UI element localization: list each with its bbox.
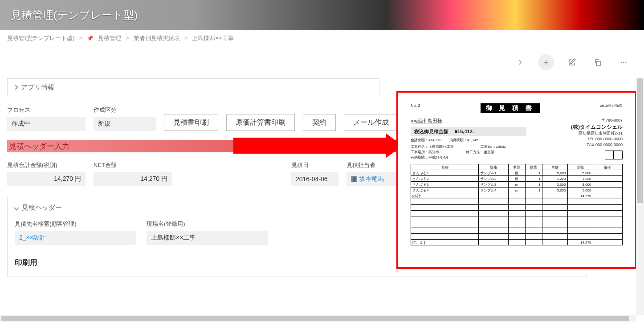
quote-total-label: 税込御見積金額 (414, 128, 448, 135)
quote-tax: 消費税額：¥1,142 (449, 138, 478, 143)
quote-total-value: ¥15,412.- (455, 129, 475, 134)
svg-point-3 (621, 62, 622, 63)
mail-button[interactable]: メール作成 (344, 114, 398, 131)
table-row (411, 199, 623, 205)
search-label: 見積先名検索(顧客管理) (15, 220, 136, 228)
quote-koji-basho: 工事場所：高知市 (411, 150, 439, 155)
process-value: 作成中 (7, 117, 86, 131)
contract-button[interactable]: 契約 (303, 114, 336, 131)
vertical-scrollbar[interactable] (636, 78, 644, 315)
scroll-thumb[interactable] (637, 78, 643, 203)
table-row (411, 228, 623, 234)
svg-point-4 (623, 62, 624, 63)
svg-point-5 (625, 62, 626, 63)
breadcrumb-root[interactable]: 見積管理(テンプレート型) (7, 34, 75, 42)
table-row: さんぷる4サンプル4m15,0505,050 (411, 187, 623, 193)
chevron-right-icon: > (126, 35, 129, 41)
scroll-thumb[interactable] (1, 316, 629, 321)
section-header-input-label: 見積ヘッダー入力 (9, 141, 69, 151)
quote-koji-no: 工事No：20002 (481, 144, 505, 150)
quote-tel: TEL 000-0000-0000 (571, 136, 623, 142)
banner: 見積管理(テンプレート型) (0, 0, 644, 30)
quote-koji-name: 工事件名：上島様邸××工事 (411, 144, 454, 150)
back-icon[interactable] (512, 54, 528, 70)
person-label: 見積担当者 (346, 161, 396, 169)
net-label: NET金額 (94, 161, 172, 169)
breadcrumb: 見積管理(テンプレート型) > 📌 見積管理 > 業者別見積実績表 > 上島様邸… (0, 30, 644, 46)
print-quote-button[interactable]: 見積書印刷 (164, 114, 218, 131)
genba-value: 上島様邸××工事 (147, 231, 268, 245)
th-spec: 規格 (479, 164, 509, 170)
pin-icon[interactable]: 📌 (87, 35, 94, 41)
quote-subtotal: 合計金額：¥14,270 (411, 138, 441, 143)
chevron-right-icon: > (79, 35, 83, 41)
th-name: 名称 (411, 164, 479, 170)
quote-client: ××設計 島田様 (411, 118, 526, 124)
th-unit: 単位 (508, 164, 525, 170)
table-row: さんぷる3サンプル3m13,0003,000 (411, 182, 623, 187)
th-qty: 数量 (525, 164, 542, 170)
person-name: 坂本竜馬 (359, 175, 384, 183)
kubun-label: 作成区分 (94, 106, 156, 114)
horizontal-scrollbar[interactable] (0, 315, 636, 322)
th-price: 単価 (542, 164, 567, 170)
net-value: 14,270 円 (94, 172, 172, 186)
table-row (411, 205, 623, 211)
table-row (411, 211, 623, 216)
breadcrumb-record[interactable]: 上島様邸××工事 (192, 34, 233, 42)
quote-no: No. 2 (411, 103, 420, 108)
genba-label: 現場名(登録用) (147, 220, 268, 228)
table-row (411, 216, 623, 222)
sum-value: 14,270 円 (7, 172, 86, 186)
quote-table: 名称 規格 単位 数量 単価 金額 備考 さんぷる1サンプル1個15,0005,… (411, 164, 623, 245)
quote-header-title: 見積ヘッダー (22, 204, 62, 212)
quote-exec: 施工方法：後交渉 (466, 150, 494, 155)
toolbar (0, 46, 644, 78)
quote-validity: 有効期限：平成28年4月 (411, 155, 526, 160)
kubun-value: 新規 (94, 117, 156, 131)
page-title: 見積管理(テンプレート型) (11, 8, 138, 22)
print-cost-button[interactable]: 原価計算書印刷 (226, 114, 295, 131)
table-row (411, 234, 623, 240)
chevron-down-icon (14, 205, 19, 210)
add-button[interactable] (538, 54, 554, 70)
quote-postal: 〒780-8007 (571, 118, 623, 123)
quote-fax: FAX 000-0000-0000 (571, 142, 623, 148)
stamp-boxes (605, 151, 623, 159)
th-amount: 金額 (567, 164, 593, 170)
th-note: 備考 (593, 164, 623, 170)
table-row: さんぷる1サンプル1個15,0005,000 (411, 170, 623, 176)
copy-button[interactable] (590, 54, 606, 70)
table-total-row: [合 計]14,270 (411, 240, 623, 245)
process-label: プロセス (7, 106, 86, 114)
app-info-toggle[interactable]: アプリ情報 (7, 78, 379, 96)
breadcrumb-report[interactable]: 業者別見積実績表 (134, 34, 180, 42)
arrow-annotation (233, 135, 403, 157)
more-button[interactable] (615, 54, 632, 70)
app-info-label: アプリ情報 (21, 83, 54, 92)
svg-rect-2 (597, 61, 600, 66)
chevron-right-icon (13, 85, 18, 90)
quote-title: 御 見 積 書 (481, 103, 540, 113)
table-row (411, 222, 623, 228)
breadcrumb-group[interactable]: 見積管理 (98, 34, 121, 42)
table-row: さんぷる2サンプル2個11,2201,220 (411, 176, 623, 182)
date-value: 2016-04-06 (291, 172, 338, 186)
date-label: 見積日 (291, 161, 338, 169)
person-value[interactable]: 👤坂本竜馬 (346, 172, 396, 186)
edit-button[interactable] (564, 54, 580, 70)
user-icon: 👤 (351, 176, 357, 182)
sum-label: 見積合計金額(税別) (7, 161, 86, 169)
chevron-right-icon: > (184, 35, 188, 41)
quote-preview: No. 2 御 見 積 書 2016年4月6日 ××設計 島田様 税込御見積金額… (396, 91, 637, 269)
quote-company: (株)タイムコンシェル (571, 123, 623, 131)
search-value[interactable]: 2_××設計 (15, 231, 136, 245)
quote-date: 2016年4月6日 (600, 103, 623, 108)
table-subtotal-row: [小計]14,270 (411, 193, 623, 199)
quote-addr: 高知県高知市仲田町2-11 (571, 130, 623, 136)
